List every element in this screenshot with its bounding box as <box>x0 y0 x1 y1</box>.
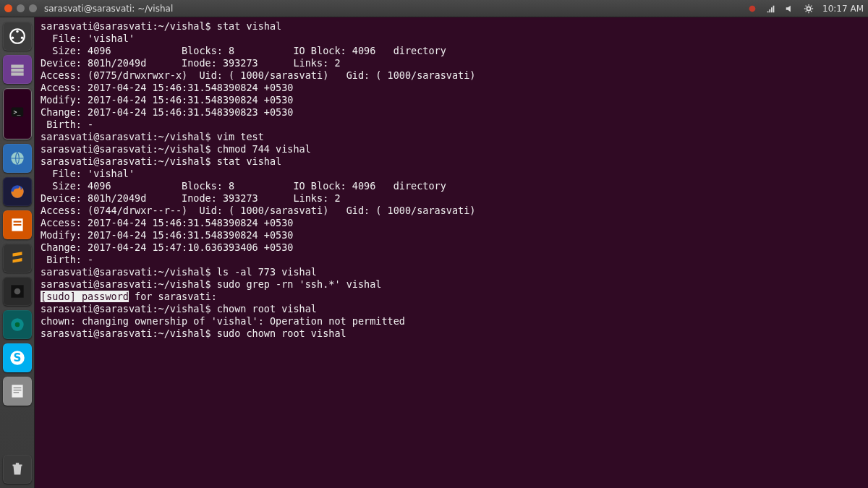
menu-bar: sarasvati@sarasvati: ~/vishal 10:17 AM <box>0 0 868 17</box>
svg-text:S: S <box>13 351 21 364</box>
terminal-line: sarasvati@sarasvati:~/vishal$ stat visha… <box>41 155 862 168</box>
terminal-line: sarasvati@sarasvati:~/vishal$ chmod 744 … <box>41 143 862 155</box>
terminal-line: sarasvati@sarasvati:~/vishal$ stat visha… <box>41 20 862 33</box>
app-dark-icon[interactable] <box>3 277 32 306</box>
terminal-line: Device: 801h/2049d Inode: 393273 Links: … <box>41 192 862 205</box>
svg-rect-14 <box>13 221 21 222</box>
terminal-text: for sarasvati: <box>129 291 217 302</box>
terminal-line: File: 'vishal' <box>41 33 862 45</box>
terminal-line: Size: 4096 Blocks: 8 IO Block: 4096 dire… <box>41 180 862 192</box>
terminal-line: sarasvati@sarasvati:~/vishal$ sudo chown… <box>41 328 862 340</box>
svg-point-17 <box>14 288 20 294</box>
terminal-line: File: 'vishal' <box>41 168 862 180</box>
browser-icon[interactable] <box>3 144 32 173</box>
svg-rect-6 <box>11 65 23 68</box>
terminal-line: chown: changing ownership of 'vishal': O… <box>41 315 862 328</box>
svg-point-0 <box>749 5 756 12</box>
terminal-line: Change: 2017-04-24 15:47:10.636393406 +0… <box>41 241 862 254</box>
bug-icon[interactable] <box>747 4 757 14</box>
terminal-line: Size: 4096 Blocks: 8 IO Block: 4096 dire… <box>41 45 862 57</box>
gear-icon[interactable] <box>804 4 814 14</box>
editor-icon[interactable] <box>3 210 32 239</box>
firefox-icon[interactable] <box>3 177 32 206</box>
svg-rect-15 <box>13 223 21 225</box>
window-maximize-button[interactable] <box>29 4 37 12</box>
terminal-line: Birth: - <box>41 254 862 266</box>
sublime-icon[interactable] <box>3 244 32 273</box>
terminal-line: Modify: 2017-04-24 15:46:31.548390824 +0… <box>41 94 862 106</box>
terminal-line: sarasvati@sarasvati:~/vishal$ chown root… <box>41 303 862 315</box>
window-minimize-button[interactable] <box>17 4 25 12</box>
notes-icon[interactable] <box>3 377 32 406</box>
terminal-line: sarasvati@sarasvati:~/vishal$ ls -al 773… <box>41 266 862 278</box>
app-teal-icon[interactable] <box>3 310 32 339</box>
clock[interactable]: 10:17 AM <box>822 4 864 14</box>
files-icon[interactable] <box>3 55 32 84</box>
svg-point-5 <box>20 36 22 38</box>
terminal-line: Access: (0744/drwxr--r--) Uid: ( 1000/sa… <box>41 205 862 217</box>
terminal-line: Change: 2017-04-24 15:46:31.548390823 +0… <box>41 106 862 119</box>
terminal-line: Modify: 2017-04-24 15:46:31.548390824 +0… <box>41 229 862 241</box>
svg-point-4 <box>11 36 13 38</box>
terminal-line: Access: 2017-04-24 15:46:31.548390824 +0… <box>41 217 862 229</box>
volume-icon[interactable] <box>785 4 795 14</box>
svg-point-3 <box>16 30 18 33</box>
main-area: >_ S sarasvati@sarasvati:~/vi <box>0 17 868 488</box>
terminal-line: sarasvati@sarasvati:~/vishal$ vim test <box>41 131 862 143</box>
svg-point-1 <box>807 7 810 10</box>
terminal-line: Birth: - <box>41 119 862 131</box>
terminal-window[interactable]: sarasvati@sarasvati:~/vishal$ stat visha… <box>35 17 868 488</box>
trash-icon[interactable] <box>3 455 32 484</box>
svg-rect-7 <box>11 69 23 72</box>
svg-text:>_: >_ <box>13 108 20 116</box>
terminal-line: sarasvati@sarasvati:~/vishal$ sudo grep … <box>41 278 862 291</box>
window-controls <box>4 4 37 12</box>
launcher: >_ S <box>0 17 35 488</box>
skype-icon[interactable]: S <box>3 343 32 372</box>
svg-rect-23 <box>13 387 21 388</box>
svg-point-19 <box>14 322 20 327</box>
network-icon[interactable] <box>766 4 776 14</box>
svg-rect-22 <box>12 385 22 397</box>
svg-rect-24 <box>13 389 21 390</box>
terminal-line: Access: (0775/drwxrwxr-x) Uid: ( 1000/sa… <box>41 69 862 82</box>
terminal-icon[interactable]: >_ <box>3 88 32 140</box>
terminal-line: [sudo] password for sarasvati: <box>41 291 862 303</box>
window-close-button[interactable] <box>4 4 12 12</box>
sudo-password-highlight: [sudo] password <box>41 291 129 302</box>
terminal-line: Access: 2017-04-24 15:46:31.548390824 +0… <box>41 82 862 94</box>
svg-rect-25 <box>13 392 19 393</box>
terminal-line: Device: 801h/2049d Inode: 393273 Links: … <box>41 57 862 69</box>
window-title: sarasvati@sarasvati: ~/vishal <box>44 4 173 14</box>
svg-rect-8 <box>11 72 23 75</box>
system-tray: 10:17 AM <box>747 4 864 14</box>
dash-icon[interactable] <box>3 22 32 51</box>
